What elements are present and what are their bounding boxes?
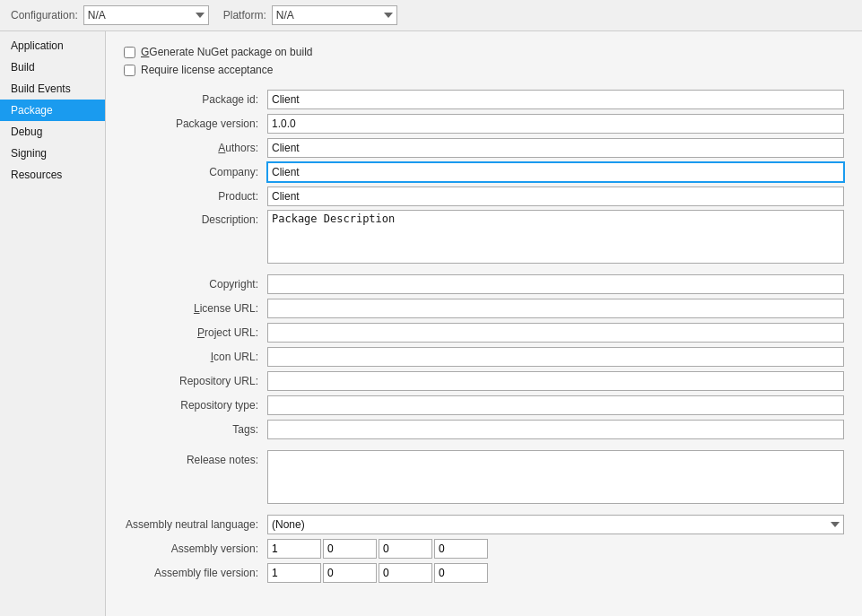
assembly-version-3[interactable] — [379, 539, 432, 559]
main-content: GGenerate NuGet package on build Require… — [106, 31, 862, 616]
assembly-file-version-label: Assembly file version: — [124, 567, 267, 579]
layout: Application Build Build Events Package D… — [0, 31, 862, 616]
description-textarea[interactable]: Package Description — [267, 210, 844, 264]
product-input[interactable] — [267, 187, 844, 206]
icon-url-input[interactable] — [267, 347, 844, 367]
require-license-row: Require license acceptance — [124, 64, 844, 76]
assembly-file-version-row: Assembly file version: — [124, 562, 844, 584]
release-notes-row: Release notes: — [124, 450, 844, 504]
assembly-neutral-language-label: Assembly neutral language: — [124, 518, 267, 531]
sidebar-item-debug[interactable]: Debug — [0, 121, 105, 143]
assembly-neutral-language-select[interactable]: (None) en en-US fr de ja zh-CN — [267, 515, 844, 534]
assembly-neutral-language-row: Assembly neutral language: (None) en en-… — [124, 514, 844, 535]
require-license-label[interactable]: Require license acceptance — [141, 64, 273, 76]
authors-label: Authors: — [124, 142, 267, 154]
assembly-file-version-1[interactable] — [267, 563, 321, 583]
generate-nuget-row: GGenerate NuGet package on build — [124, 46, 844, 58]
require-license-checkbox[interactable] — [124, 65, 135, 76]
description-label: Description: — [124, 210, 267, 226]
copyright-label: Copyright: — [124, 278, 267, 291]
package-id-label: Package id: — [124, 93, 267, 106]
sidebar-item-resources[interactable]: Resources — [0, 164, 105, 186]
assembly-file-version-4[interactable] — [434, 563, 488, 583]
sidebar-item-build-events[interactable]: Build Events — [0, 78, 105, 100]
repository-type-input[interactable] — [267, 395, 844, 415]
company-row: Company: — [124, 161, 844, 183]
repository-type-row: Repository type: — [124, 395, 844, 416]
platform-label: Platform: — [223, 9, 266, 22]
sidebar-item-build[interactable]: Build — [0, 56, 105, 78]
generate-nuget-checkbox[interactable] — [124, 47, 135, 58]
package-version-input[interactable] — [267, 114, 844, 134]
assembly-version-label: Assembly version: — [124, 542, 267, 555]
authors-input[interactable] — [267, 138, 844, 158]
copyright-row: Copyright: — [124, 273, 844, 295]
package-version-row: Package version: — [124, 113, 844, 134]
platform-select[interactable]: N/A — [272, 5, 397, 25]
configuration-label: Configuration: — [11, 9, 78, 22]
company-input[interactable] — [267, 162, 844, 182]
authors-row: Authors: — [124, 137, 844, 159]
assembly-file-version-inputs — [267, 563, 488, 583]
configuration-item: Configuration: N/A — [11, 5, 209, 25]
generate-nuget-label[interactable]: GGenerate NuGet package on build — [141, 46, 312, 58]
release-notes-textarea[interactable] — [267, 450, 844, 504]
project-url-row: Project URL: — [124, 322, 844, 343]
assembly-version-inputs — [267, 539, 488, 559]
sidebar: Application Build Build Events Package D… — [0, 31, 106, 616]
tags-input[interactable] — [267, 420, 844, 439]
sidebar-item-signing[interactable]: Signing — [0, 143, 105, 164]
package-id-row: Package id: — [124, 89, 844, 110]
license-url-label: License URL: — [124, 302, 267, 315]
repository-url-row: Repository URL: — [124, 370, 844, 392]
product-label: Product: — [124, 190, 267, 203]
repository-type-label: Repository type: — [124, 399, 267, 412]
repository-url-label: Repository URL: — [124, 375, 267, 387]
assembly-file-version-3[interactable] — [379, 563, 432, 583]
license-url-input[interactable] — [267, 299, 844, 318]
company-label: Company: — [124, 166, 267, 178]
assembly-version-row: Assembly version: — [124, 538, 844, 560]
assembly-version-1[interactable] — [267, 539, 321, 559]
repository-url-input[interactable] — [267, 371, 844, 391]
product-row: Product: — [124, 186, 844, 207]
project-url-label: Project URL: — [124, 326, 267, 339]
sidebar-item-application[interactable]: Application — [0, 35, 105, 56]
tags-row: Tags: — [124, 419, 844, 440]
license-url-row: License URL: — [124, 298, 844, 319]
icon-url-label: Icon URL: — [124, 351, 267, 363]
assembly-version-4[interactable] — [434, 539, 488, 559]
tags-label: Tags: — [124, 423, 267, 436]
description-row: Description: Package Description — [124, 210, 844, 264]
assembly-version-2[interactable] — [323, 539, 377, 559]
package-id-input[interactable] — [267, 90, 844, 109]
form-section: GGenerate NuGet package on build Require… — [124, 46, 844, 586]
package-version-label: Package version: — [124, 117, 267, 130]
top-bar: Configuration: N/A Platform: N/A — [0, 0, 862, 31]
project-url-input[interactable] — [267, 323, 844, 343]
platform-item: Platform: N/A — [223, 5, 397, 25]
configuration-select[interactable]: N/A — [83, 5, 209, 25]
release-notes-label: Release notes: — [124, 450, 267, 466]
sidebar-item-package[interactable]: Package — [0, 100, 105, 121]
copyright-input[interactable] — [267, 274, 844, 294]
icon-url-row: Icon URL: — [124, 346, 844, 368]
assembly-file-version-2[interactable] — [323, 563, 377, 583]
